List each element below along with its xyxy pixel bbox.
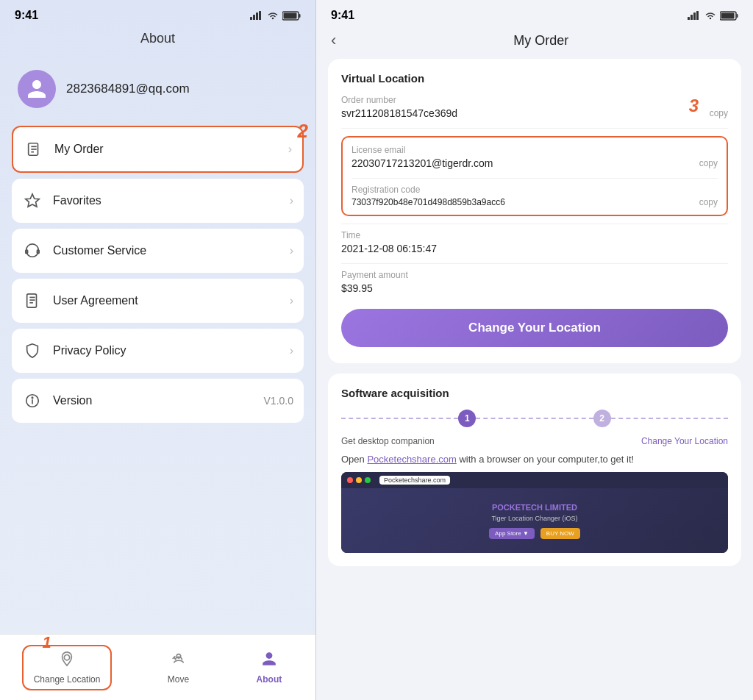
profile-section: 2823684891@qq.com (0, 58, 315, 120)
left-phone: 9:41 About (0, 0, 316, 700)
virtual-location-title: Virtual Location (341, 72, 728, 85)
tab-about[interactable]: About (245, 645, 294, 690)
info-icon (22, 390, 43, 411)
right-content: Virtual Location Order number svr2112081… (316, 59, 753, 700)
pocketech-link[interactable]: Pocketechshare.com (367, 454, 456, 465)
svg-rect-2 (256, 12, 258, 20)
svg-rect-23 (690, 15, 693, 20)
svg-rect-3 (259, 11, 261, 20)
time-value: 2021-12-08 06:15:47 (341, 243, 728, 254)
order-number-field: Order number svr211208181547ce369d 3 cop… (341, 95, 728, 119)
menu-item-favorites[interactable]: Favorites › (12, 179, 304, 223)
wifi-icon-right (704, 11, 716, 20)
order-number-row: svr211208181547ce369d 3 copy (341, 107, 728, 119)
version-value: V1.0.0 (264, 395, 293, 407)
version-label: Version (53, 394, 264, 407)
open-text: Open Pocketechshare.com with a browser o… (341, 454, 728, 465)
battery-icon-right (720, 11, 738, 21)
menu-item-user-agreement[interactable]: User Agreement › (12, 279, 304, 323)
software-acquisition-title: Software acquisition (341, 387, 728, 399)
screenshot-inner: POCKETECH LIMITED Tiger Location Changer… (489, 503, 580, 539)
signal-icon-right (688, 11, 701, 20)
left-status-time: 9:41 (15, 9, 38, 22)
right-status-icons (688, 11, 738, 21)
location-pin-icon (59, 651, 75, 671)
step-2-label: Change Your Location (641, 436, 728, 446)
divider (351, 178, 718, 179)
dot-yellow (356, 477, 362, 483)
privacy-policy-label: Privacy Policy (53, 344, 290, 357)
chevron-icon: › (290, 194, 293, 207)
svg-rect-24 (693, 12, 696, 20)
tab-move[interactable]: Move (156, 645, 201, 690)
app-store-btn: App Store ▼ (489, 528, 535, 539)
screenshot-mockup: Pocketechshare.com POCKETECH LIMITED Tig… (341, 472, 728, 553)
svg-rect-13 (27, 294, 37, 307)
copy-registration-code-button[interactable]: copy (699, 197, 718, 207)
open-text-after: with a browser on your computer,to get i… (457, 454, 634, 465)
user-agreement-label: User Agreement (53, 294, 290, 307)
browser-bar: Pocketechshare.com (341, 472, 728, 488)
order-card: Virtual Location Order number svr2112081… (328, 59, 741, 363)
step-1-label: Get desktop companion (341, 436, 435, 446)
app-title: POCKETECH LIMITED (489, 503, 580, 512)
svg-rect-25 (696, 11, 699, 20)
license-email-row: 22030717213201@tigerdr.com copy (351, 157, 718, 169)
chevron-icon: › (290, 344, 293, 357)
tab-change-location[interactable]: 1 Change Location (22, 645, 113, 690)
payment-label: Payment amount (341, 270, 728, 280)
badge-1: 1 (42, 633, 91, 652)
signal-icon (250, 11, 263, 20)
open-text-before: Open (341, 454, 367, 465)
order-number-value: svr211208181547ce369d (341, 107, 457, 119)
tab-bar: 1 Change Location Move (0, 634, 315, 700)
back-button[interactable]: ‹ (331, 31, 336, 50)
right-header: ‹ My Order (316, 28, 753, 59)
svg-rect-27 (737, 14, 738, 18)
license-email-label: License email (351, 145, 718, 155)
divider (341, 128, 728, 129)
payment-value: $39.95 (341, 282, 728, 294)
copy-license-email-button[interactable]: copy (699, 158, 718, 168)
star-icon (22, 190, 43, 211)
step-indicator: 1 2 (341, 410, 728, 427)
svg-rect-0 (250, 17, 252, 20)
svg-point-19 (32, 397, 32, 398)
software-acquisition-card: Software acquisition 1 2 Get desktop com… (328, 374, 741, 566)
move-icon (171, 651, 187, 671)
headphone-icon (22, 240, 43, 261)
order-number-label: Order number (341, 95, 728, 105)
svg-point-20 (64, 654, 69, 660)
chevron-icon: › (288, 143, 292, 156)
copy-order-number-button[interactable]: copy (710, 108, 728, 118)
menu-item-my-order[interactable]: 2 My Order › (12, 126, 304, 173)
shield-icon (22, 340, 43, 361)
left-status-icons (250, 11, 301, 21)
badge-2: 2 (298, 120, 308, 143)
step-line-left (341, 418, 458, 419)
change-your-location-button[interactable]: Change Your Location (341, 309, 728, 347)
divider (341, 224, 728, 224)
svg-rect-22 (688, 17, 690, 20)
tab-change-location-label: Change Location (34, 674, 101, 685)
battery-icon (282, 11, 301, 21)
my-order-label: My Order (54, 143, 288, 156)
chevron-icon: › (290, 294, 293, 307)
chevron-icon: › (290, 244, 293, 257)
step-line-right (611, 418, 728, 419)
person-icon (261, 651, 277, 671)
url-bar: Pocketechshare.com (379, 476, 450, 485)
menu-item-customer-service[interactable]: Customer Service › (12, 229, 304, 273)
menu-item-privacy-policy[interactable]: Privacy Policy › (12, 329, 304, 373)
step-dot-2: 2 (593, 410, 611, 427)
tab-move-label: Move (168, 674, 189, 685)
favorites-label: Favorites (53, 194, 290, 207)
step-line-middle (476, 418, 593, 419)
svg-rect-5 (299, 14, 301, 18)
right-page-title: My Order (343, 33, 738, 49)
avatar (18, 70, 56, 108)
app-buttons: App Store ▼ BUY NOW (489, 528, 580, 539)
step-labels: Get desktop companion Change Your Locati… (341, 436, 728, 446)
payment-field: Payment amount $39.95 (341, 270, 728, 294)
time-field: Time 2021-12-08 06:15:47 (341, 230, 728, 254)
